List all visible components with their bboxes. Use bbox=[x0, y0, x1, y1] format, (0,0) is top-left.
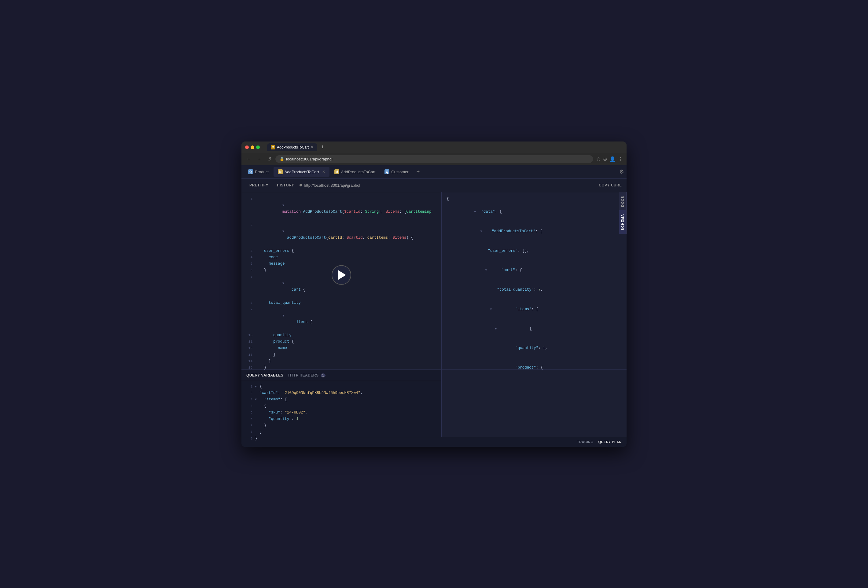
docs-side-tab[interactable]: DOCS bbox=[619, 192, 627, 211]
code-line-9: 9 ▼ items { bbox=[241, 306, 441, 332]
line-content-14: } bbox=[255, 358, 271, 365]
var-line-6: 6 "quantity": 1 bbox=[241, 416, 441, 423]
collapse-arrow-9[interactable]: ▼ bbox=[282, 314, 284, 318]
app-tab-customer[interactable]: Q Customer bbox=[380, 167, 413, 177]
collapse-arrow-7[interactable]: ▼ bbox=[282, 282, 284, 285]
query-plan-button[interactable]: QUERY PLAN bbox=[598, 440, 621, 444]
code-line-10: 10 quantity bbox=[241, 332, 441, 338]
history-button[interactable]: HISTORY bbox=[274, 181, 297, 189]
url-text: localhost:3001/api/graphql bbox=[286, 157, 332, 161]
var-line-3: 3 ▼ "items": [ bbox=[241, 396, 441, 403]
product-tab-label: Product bbox=[255, 170, 269, 174]
bottom-section: QUERY VARIABLES HTTP HEADERS 1 1 ▼ { 2 "… bbox=[241, 369, 627, 437]
line-num-6: 6 bbox=[244, 267, 252, 273]
tab-favicon: M bbox=[271, 145, 275, 149]
query-vars-code: 1 ▼ { 2 "cartId": "21GDq90NkhfqPKRb9Nwf5… bbox=[241, 381, 441, 444]
result-line-10: "product": { bbox=[441, 358, 627, 369]
schema-side-tab[interactable]: SCHEMA bbox=[619, 210, 627, 234]
line-num-9: 9 bbox=[244, 306, 252, 312]
line-content-11: product { bbox=[255, 338, 294, 345]
line-content-13: } bbox=[255, 352, 276, 358]
fullscreen-dot[interactable] bbox=[256, 145, 260, 149]
line-num-12: 12 bbox=[244, 345, 252, 351]
http-headers-tab[interactable]: HTTP HEADERS 1 bbox=[288, 373, 326, 377]
code-line-4: 4 code bbox=[241, 254, 441, 261]
result-content-8: ▼ { bbox=[444, 319, 532, 338]
bookmark-icon[interactable]: ☆ bbox=[596, 156, 601, 162]
forward-button[interactable]: → bbox=[255, 155, 263, 163]
var-line-num-7: 7 bbox=[244, 423, 252, 428]
query-variables-tab[interactable]: QUERY VARIABLES bbox=[247, 373, 283, 377]
var-line-num-6: 6 bbox=[244, 416, 252, 422]
side-tabs: DOCS SCHEMA bbox=[619, 192, 627, 234]
result-line-4: "user_errors": [], bbox=[441, 241, 627, 261]
endpoint-status-dot bbox=[300, 184, 302, 186]
menu-icon[interactable]: ⋮ bbox=[618, 156, 623, 162]
line-content-9: ▼ items { bbox=[255, 306, 312, 332]
customer-tab-label: Customer bbox=[391, 170, 408, 174]
var-line-8: 8 ] bbox=[241, 429, 441, 435]
refresh-button[interactable]: ↺ bbox=[266, 155, 272, 163]
tracing-button[interactable]: TRACING bbox=[577, 440, 593, 444]
add-products-tab-favicon: M bbox=[278, 169, 283, 174]
line-content-8: total_quantity bbox=[255, 300, 301, 306]
var-line-num-1: 1 bbox=[244, 384, 252, 390]
copy-curl-button[interactable]: COPY CURL bbox=[599, 183, 621, 187]
product-tab-favicon: Q bbox=[248, 169, 253, 174]
var-line-content-9: } bbox=[255, 436, 257, 442]
var-line-9: 9 } bbox=[241, 436, 441, 442]
result-line-8: ▼ { bbox=[441, 319, 627, 338]
url-bar[interactable]: 🔒 localhost:3001/api/graphql bbox=[275, 155, 593, 163]
add-products-tab-close[interactable]: ✕ bbox=[322, 170, 325, 174]
result-content-9: "quantity": 1, bbox=[444, 338, 548, 358]
new-tab-button[interactable]: + bbox=[319, 143, 326, 151]
var-line-content-1: ▼ { bbox=[255, 384, 262, 390]
extension-icon[interactable]: ⊕ bbox=[603, 156, 607, 162]
query-vars-tabs: QUERY VARIABLES HTTP HEADERS 1 bbox=[241, 370, 441, 381]
tab-close-icon[interactable]: ✕ bbox=[310, 145, 314, 149]
collapse-arrow-1[interactable]: ▼ bbox=[282, 204, 284, 207]
result-content-6: "total_quantity": 7, bbox=[444, 280, 543, 300]
var-line-content-5: "sku": "24-UB02", bbox=[255, 409, 308, 416]
results-bottom-area bbox=[441, 370, 627, 437]
endpoint-badge: http://localhost:3001/api/graphql bbox=[300, 183, 360, 188]
line-num-11: 11 bbox=[244, 338, 252, 345]
app-tab-add-products[interactable]: M AddProductsToCart ✕ bbox=[273, 167, 329, 177]
var-line-5: 5 "sku": "24-UB02", bbox=[241, 409, 441, 416]
code-line-8: 8 total_quantity bbox=[241, 300, 441, 306]
settings-button[interactable]: ⚙ bbox=[619, 168, 624, 175]
code-line-1: 1 ▼ mutation AddProductsToCart($cartId: … bbox=[241, 196, 441, 222]
result-line-9: "quantity": 1, bbox=[441, 338, 627, 358]
back-button[interactable]: ← bbox=[245, 155, 252, 163]
result-content-4: "user_errors": [], bbox=[444, 241, 529, 261]
result-content-2: ▼ "data": { bbox=[444, 202, 502, 222]
minimize-dot[interactable] bbox=[251, 145, 254, 149]
browser-window: M AddProductsToCart ✕ + ← → ↺ 🔒 localhos… bbox=[241, 142, 627, 447]
var-line-num-5: 5 bbox=[244, 409, 252, 416]
app-tab-add-products-2[interactable]: M AddProductsToCart bbox=[330, 167, 380, 177]
var-line-content-2: "cartId": "21GDq90NkhfqPKRb9Nwf5h9besNR7… bbox=[255, 390, 363, 396]
line-num-4: 4 bbox=[244, 254, 252, 260]
var-line-7: 7 } bbox=[241, 423, 441, 429]
endpoint-url: http://localhost:3001/api/graphql bbox=[304, 183, 360, 188]
var-line-content-4: { bbox=[255, 403, 267, 409]
close-dot[interactable] bbox=[245, 145, 249, 149]
collapse-arrow-2[interactable]: ▼ bbox=[282, 230, 284, 233]
profile-icon[interactable]: 👤 bbox=[610, 156, 616, 162]
app-new-tab-button[interactable]: + bbox=[415, 168, 422, 176]
line-num-2: 2 bbox=[244, 222, 252, 228]
line-content-2: ▼ addProductsToCart(cartId: $cartId, car… bbox=[255, 222, 413, 248]
play-button[interactable] bbox=[332, 265, 351, 285]
line-content-5: message bbox=[255, 261, 285, 267]
browser-tab-active[interactable]: M AddProductsToCart ✕ bbox=[267, 143, 317, 151]
var-line-content-6: "quantity": 1 bbox=[255, 416, 298, 423]
line-num-1: 1 bbox=[244, 196, 252, 202]
result-content-7: ▼ "items": [ bbox=[444, 300, 538, 319]
results-pane: { ▼ "data": { ▼ "addProductsToCart": { "… bbox=[441, 192, 627, 369]
code-line-13: 13 } bbox=[241, 352, 441, 358]
customer-tab-favicon: Q bbox=[384, 169, 390, 174]
prettify-button[interactable]: PRETTIFY bbox=[247, 181, 272, 189]
var-line-content-3: ▼ "items": [ bbox=[255, 396, 287, 403]
editor-pane: 1 ▼ mutation AddProductsToCart($cartId: … bbox=[241, 192, 441, 369]
app-tab-product[interactable]: Q Product bbox=[244, 167, 273, 177]
